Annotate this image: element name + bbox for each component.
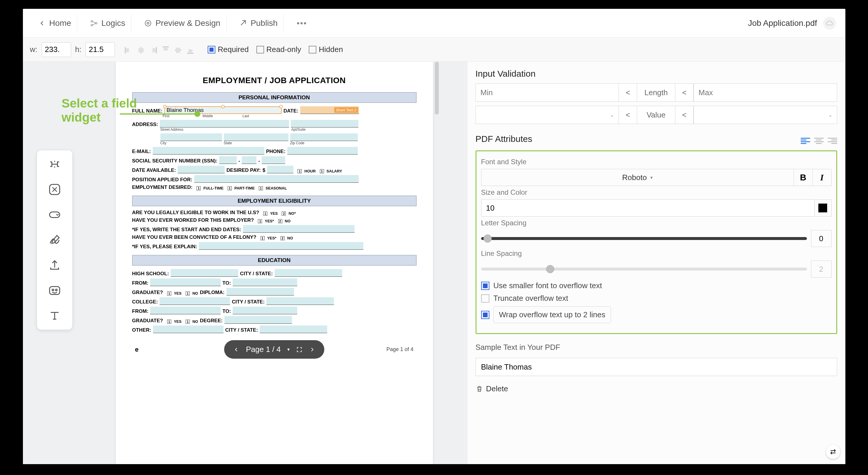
date-field[interactable]: Short Text 2	[300, 106, 359, 114]
width-label: w:	[30, 45, 38, 54]
annotation-line	[120, 114, 196, 115]
chevron-left-icon	[38, 20, 46, 27]
swap-button[interactable]: ⇄	[826, 445, 840, 459]
fullscreen-icon[interactable]	[296, 346, 303, 353]
max-value-select[interactable]: ⌄	[693, 106, 837, 124]
align-left-icon[interactable]	[124, 45, 134, 55]
input-validation-header: Input Validation	[475, 69, 837, 79]
svg-point-2	[95, 22, 97, 24]
pdf-page[interactable]: EMPLOYMENT / JOB APPLICATION PERSONAL IN…	[116, 62, 433, 464]
required-checkbox[interactable]: Required	[208, 45, 249, 54]
bold-button[interactable]: B	[794, 169, 813, 186]
readonly-checkbox[interactable]: Read-only	[256, 45, 301, 54]
publish-icon	[239, 20, 247, 27]
svg-point-3	[145, 20, 151, 26]
logics-label: Logics	[101, 19, 125, 28]
letter-spacing-label: Letter Spacing	[481, 219, 832, 227]
page-nav-label[interactable]: Page 1 / 4	[246, 345, 281, 354]
publish-button[interactable]: Publish	[234, 14, 284, 32]
height-input[interactable]	[86, 42, 115, 57]
truncate-checkbox[interactable]: Truncate overflow text	[481, 294, 832, 303]
max-input[interactable]	[693, 84, 837, 102]
height-label: h:	[75, 45, 82, 54]
font-select[interactable]: Roboto ▾	[481, 169, 794, 186]
align-buttons	[119, 45, 200, 55]
number-icon[interactable]	[48, 183, 61, 196]
svg-rect-8	[138, 48, 144, 52]
doc-logo-icon: e	[135, 346, 138, 353]
line-spacing-value[interactable]: 2	[811, 260, 832, 278]
signature-icon[interactable]	[48, 233, 61, 247]
canvas-area: Select a field widget EMPLOYMENT / JOB A…	[23, 62, 467, 464]
page-count-label: Page 1 of 4	[386, 346, 413, 352]
svg-point-20	[52, 289, 54, 291]
fullname-field-selected[interactable]: Blaine Thomas	[164, 106, 282, 114]
svg-rect-14	[176, 48, 180, 53]
align-bottom-icon[interactable]	[185, 45, 195, 55]
letter-spacing-value[interactable]: 0	[811, 230, 832, 247]
logics-button[interactable]: Logics	[84, 14, 131, 32]
svg-point-4	[147, 22, 149, 24]
prev-page-icon[interactable]	[233, 346, 239, 353]
sample-text-label: Sample Text in Your PDF	[475, 343, 837, 352]
align-right-icon[interactable]	[148, 45, 158, 55]
align-middle-icon[interactable]	[173, 45, 183, 55]
italic-button[interactable]: I	[813, 169, 832, 186]
align-top-icon[interactable]	[161, 45, 170, 55]
more-menu[interactable]: •••	[291, 19, 313, 28]
cloud-sync-icon[interactable]	[823, 17, 836, 30]
smaller-font-checkbox[interactable]: Use smaller font to overflow text	[481, 281, 832, 290]
sample-text-input[interactable]	[475, 358, 837, 376]
logics-icon	[90, 20, 98, 27]
width-input[interactable]	[42, 42, 71, 57]
preview-button[interactable]: Preview & Design	[138, 14, 226, 32]
svg-rect-10	[152, 48, 156, 52]
home-label: Home	[49, 19, 71, 28]
svg-point-21	[55, 289, 57, 291]
font-size-input[interactable]	[481, 199, 814, 217]
line-spacing-slider[interactable]	[481, 267, 807, 271]
svg-rect-9	[156, 47, 157, 54]
upload-icon[interactable]	[48, 258, 61, 272]
annotation-label: Select a field widget	[62, 96, 137, 125]
section-eligibility: EMPLOYMENT ELIGIBILITY	[132, 196, 416, 206]
letter-spacing-slider[interactable]	[481, 237, 807, 240]
eye-icon	[144, 20, 152, 27]
widget-toolbar	[37, 150, 72, 329]
align-center-h-icon[interactable]	[136, 45, 146, 55]
color-swatch[interactable]	[814, 199, 832, 217]
svg-rect-15	[187, 53, 193, 54]
text-align-right-icon[interactable]	[828, 138, 837, 145]
svg-rect-16	[188, 49, 192, 53]
min-input[interactable]	[475, 84, 619, 102]
pdf-attributes-header: PDF Attributes	[475, 134, 532, 144]
image-icon[interactable]	[48, 284, 61, 297]
home-button[interactable]: Home	[32, 14, 78, 32]
doc-title: EMPLOYMENT / JOB APPLICATION	[132, 76, 416, 85]
svg-rect-6	[126, 48, 129, 52]
hidden-checkbox[interactable]: Hidden	[309, 45, 343, 54]
length-validation-row: < Length <	[475, 84, 837, 102]
section-education: EDUCATION	[132, 255, 416, 265]
section-personal: PERSONAL INFORMATION	[132, 92, 416, 103]
svg-point-0	[91, 20, 93, 22]
size-color-label: Size and Color	[481, 188, 832, 196]
min-value-select[interactable]: ⌄	[475, 106, 619, 124]
svg-rect-5	[125, 47, 126, 54]
delete-button[interactable]: Delete	[475, 384, 837, 393]
text-align-center-icon[interactable]	[814, 138, 824, 145]
top-nav: Home Logics Preview & Design Publish •••…	[23, 9, 845, 38]
properties-bar: w: h: Required Read-only Hidden	[23, 38, 845, 62]
text-align-left-icon[interactable]	[801, 138, 810, 145]
value-label: Value	[637, 106, 675, 124]
svg-point-1	[91, 24, 93, 26]
dropdown-icon[interactable]	[48, 208, 61, 221]
pdf-attributes-box: Font and Style Roboto ▾ B I Size and Col…	[475, 150, 837, 334]
text-field-icon[interactable]	[48, 157, 61, 171]
page-navigator: Page 1 / 4▾	[224, 340, 324, 359]
preview-label: Preview & Design	[155, 19, 220, 28]
next-page-icon[interactable]	[309, 346, 315, 353]
scrollbar[interactable]	[435, 62, 439, 115]
text-icon[interactable]	[48, 309, 61, 322]
wrap-checkbox[interactable]: Wrap overflow text up to 2 lines	[481, 306, 832, 323]
